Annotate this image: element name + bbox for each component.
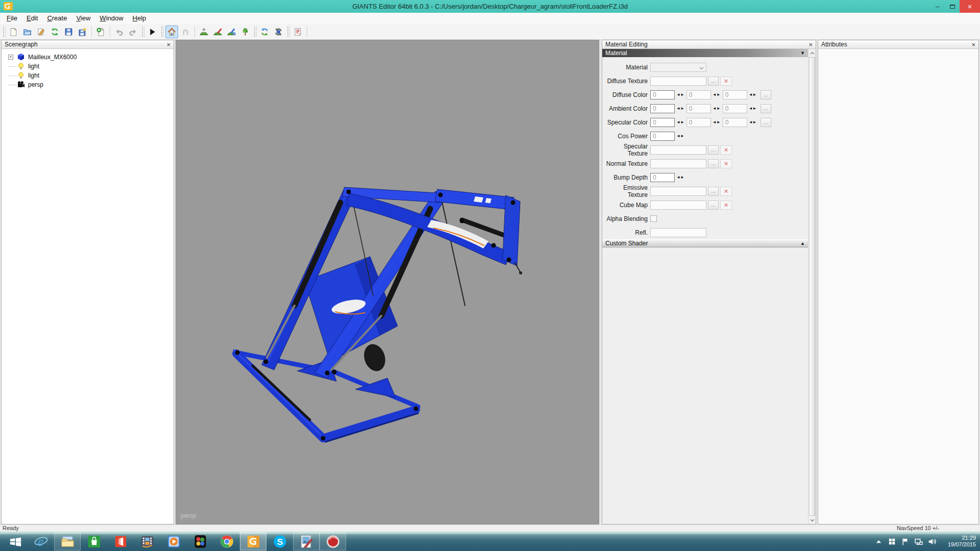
taskbar-recorder[interactable] — [320, 532, 346, 550]
material-dropdown[interactable] — [650, 63, 706, 72]
color-value-field[interactable]: 0 — [650, 118, 675, 127]
scenegraph-item-light[interactable]: light — [2, 62, 174, 71]
taskbar-office[interactable] — [107, 532, 134, 550]
spinner-icon[interactable]: ◄► — [749, 120, 757, 124]
add-tree-button[interactable] — [239, 26, 252, 38]
edit-file-button[interactable] — [35, 26, 47, 38]
spinner-icon[interactable]: ◄► — [749, 92, 757, 97]
color-value-field[interactable]: 0 — [687, 104, 711, 113]
scrollbar-thumb[interactable] — [809, 57, 815, 516]
tray-windows-icon[interactable] — [885, 535, 898, 548]
texture-path-field[interactable] — [650, 145, 706, 155]
browse-button[interactable]: ... — [708, 201, 719, 210]
scenegraph-item-mailleux_mx6000[interactable]: +Mailleux_MX6000 — [2, 53, 174, 62]
spinner-icon[interactable]: ◄► — [676, 92, 684, 97]
terrain-sculpt-button[interactable] — [198, 26, 210, 38]
toolbar-grip[interactable] — [2, 26, 6, 37]
texture-path-field[interactable] — [650, 159, 706, 168]
open-file-button[interactable] — [21, 26, 34, 38]
taskbar-skype[interactable]: S — [266, 532, 293, 550]
home-camera-button[interactable] — [165, 26, 178, 38]
clear-texture-button[interactable]: × — [720, 187, 732, 196]
menu-help[interactable]: Help — [128, 13, 151, 24]
number-field[interactable]: 0 — [650, 173, 675, 182]
script-log-button[interactable] — [291, 26, 304, 38]
spinner-icon[interactable]: ◄► — [676, 120, 684, 124]
texture-path-field[interactable] — [650, 201, 706, 210]
menu-edit[interactable]: Edit — [22, 13, 42, 24]
toolbar-grip[interactable] — [286, 26, 290, 37]
menu-create[interactable]: Create — [42, 13, 71, 24]
color-value-field[interactable]: 0 — [723, 118, 747, 127]
titlebar[interactable]: GIANTS Editor 64bit 6.0.3 - C:/Users/jor… — [0, 0, 980, 13]
spinner-icon[interactable]: ◄► — [713, 106, 721, 111]
taskbar-puzzle-app[interactable] — [187, 532, 213, 550]
tray-show-hidden-icons[interactable] — [872, 535, 885, 548]
spinner-icon[interactable]: ◄► — [676, 106, 684, 111]
color-value-field[interactable]: 0 — [687, 90, 711, 99]
foliage-paint-button[interactable] — [225, 26, 238, 38]
taskbar-chrome[interactable] — [213, 532, 240, 550]
viewport-3d[interactable]: persp — [176, 40, 599, 524]
taskbar-giants-editor[interactable] — [240, 532, 266, 550]
spinner-icon[interactable]: ◄► — [676, 134, 684, 138]
scenegraph-close-icon[interactable]: × — [166, 41, 170, 48]
spinner-icon[interactable]: ◄► — [713, 120, 721, 124]
material-editing-close-icon[interactable]: × — [808, 41, 813, 48]
redo-button[interactable] — [127, 26, 139, 38]
taskbar-movie-maker[interactable] — [134, 532, 160, 550]
toolbar-grip[interactable] — [160, 26, 164, 37]
clear-texture-button[interactable]: × — [720, 201, 732, 210]
browse-button[interactable]: ... — [708, 159, 719, 168]
color-value-field[interactable]: 0 — [723, 90, 747, 99]
color-value-field[interactable]: 0 — [687, 118, 711, 127]
browse-button[interactable]: ... — [708, 145, 719, 155]
number-field[interactable]: 0 — [650, 132, 675, 141]
browse-button[interactable]: ... — [761, 118, 771, 127]
custom-shader-header[interactable]: Custom Shader ▲ — [602, 239, 808, 247]
snap-button[interactable] — [179, 26, 192, 38]
import-button[interactable] — [94, 26, 107, 38]
tray-action-center-icon[interactable] — [898, 535, 912, 548]
tray-network-icon[interactable] — [912, 535, 925, 548]
toolbar-grip[interactable] — [141, 26, 144, 37]
clear-texture-button[interactable]: × — [720, 145, 732, 155]
scroll-up-icon[interactable] — [808, 49, 816, 57]
expander-icon[interactable]: + — [8, 55, 13, 60]
taskbar-media-player[interactable] — [160, 532, 187, 550]
text-field[interactable] — [650, 228, 706, 237]
browse-button[interactable]: ... — [708, 77, 719, 86]
scenegraph-item-light[interactable]: light — [2, 71, 174, 80]
start-button[interactable] — [3, 532, 28, 550]
terrain-paint-button[interactable] — [211, 26, 224, 38]
spinner-icon[interactable]: ◄► — [749, 106, 757, 111]
material-scrollbar[interactable] — [808, 49, 816, 524]
color-value-field[interactable]: 0 — [723, 104, 747, 113]
menu-file[interactable]: File — [2, 13, 22, 24]
menu-window[interactable]: Window — [95, 13, 128, 24]
reload-shaders-button[interactable] — [272, 26, 285, 38]
color-value-field[interactable]: 0 — [650, 90, 675, 99]
taskbar-windows-store[interactable] — [81, 532, 107, 550]
reload-textures-button[interactable] — [258, 26, 271, 38]
minimize-button[interactable]: – — [930, 0, 945, 13]
browse-button[interactable]: ... — [761, 90, 771, 99]
texture-path-field[interactable] — [650, 187, 706, 196]
scenegraph-item-persp[interactable]: persp — [2, 80, 174, 89]
clear-texture-button[interactable]: × — [720, 159, 732, 168]
material-section-header[interactable]: Material ▼ — [602, 49, 808, 57]
save-as-button[interactable] — [76, 26, 89, 38]
new-file-button[interactable] — [7, 26, 20, 38]
taskbar-file-explorer[interactable] — [54, 532, 81, 550]
undo-button[interactable] — [113, 26, 126, 38]
spinner-icon[interactable]: ◄► — [676, 175, 684, 180]
save-button[interactable] — [62, 26, 75, 38]
refresh-button[interactable] — [48, 26, 61, 38]
spinner-icon[interactable]: ◄► — [713, 92, 721, 97]
tray-volume-icon[interactable] — [925, 535, 938, 548]
menu-view[interactable]: View — [71, 13, 95, 24]
tray-clock[interactable]: 21:2919/07/2015 — [940, 535, 976, 548]
scroll-down-icon[interactable] — [808, 516, 816, 524]
attributes-close-icon[interactable]: × — [971, 41, 975, 48]
texture-path-field[interactable] — [650, 77, 706, 86]
